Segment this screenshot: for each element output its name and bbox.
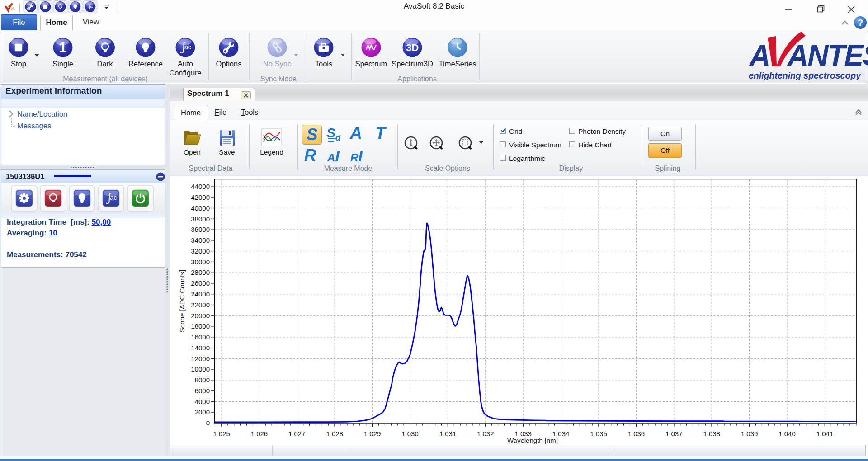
svg-text:Scope [ADC Counts]: Scope [ADC Counts] [178,270,186,332]
svg-text:1 035: 1 035 [590,430,607,437]
svg-text:1 030: 1 030 [401,430,419,437]
svg-text:24000: 24000 [191,290,210,298]
svg-text:ANTES: ANTES [787,39,868,72]
svg-text:1 041: 1 041 [816,430,834,437]
svg-text:1 037: 1 037 [665,430,683,437]
svg-text:32000: 32000 [191,247,210,255]
svg-text:A: A [749,39,769,72]
svg-text:1: 1 [59,39,67,56]
svg-text:1 040: 1 040 [778,430,796,437]
svg-text:18000: 18000 [191,322,210,330]
svg-text:8000: 8000 [195,376,210,384]
svg-text:14000: 14000 [191,344,210,352]
svg-text:30000: 30000 [191,258,210,266]
svg-text:6000: 6000 [195,387,210,395]
svg-text:1 029: 1 029 [364,430,381,437]
svg-text:3D: 3D [406,42,419,53]
svg-text:ac: ac [90,5,93,8]
svg-text:?: ? [858,18,863,28]
svg-text:1 027: 1 027 [288,430,306,437]
svg-text:Messages: Messages [17,122,51,130]
svg-text:1 026: 1 026 [251,430,268,437]
svg-text:12000: 12000 [191,355,210,362]
svg-text:Wavelength [nm]: Wavelength [nm] [507,437,558,444]
svg-text:Name/Location: Name/Location [17,110,67,118]
svg-text:1 025: 1 025 [213,430,230,437]
svg-text:ac: ac [110,194,117,201]
svg-text:1 028: 1 028 [326,430,343,437]
svg-text:4000: 4000 [195,398,210,405]
svg-text:20000: 20000 [191,312,210,320]
svg-text:16000: 16000 [191,333,210,341]
svg-text:28000: 28000 [191,268,210,276]
svg-text:1 036: 1 036 [628,430,645,437]
svg-text:ac: ac [184,43,192,51]
svg-text:1 038: 1 038 [703,430,720,437]
svg-text:enlightening spectroscopy: enlightening spectroscopy [749,71,861,80]
svg-text:44000: 44000 [191,183,210,190]
svg-text:1 032: 1 032 [477,430,494,437]
svg-text:26000: 26000 [191,279,210,287]
svg-text:2000: 2000 [195,408,210,416]
svg-text:38000: 38000 [191,215,210,223]
svg-text:1 031: 1 031 [439,430,457,437]
svg-text:42000: 42000 [191,193,210,201]
svg-text:22000: 22000 [191,301,210,309]
svg-text:1 039: 1 039 [741,430,758,437]
svg-text:40000: 40000 [191,204,210,212]
svg-text:0: 0 [206,419,210,427]
svg-text:34000: 34000 [191,236,210,244]
svg-text:10000: 10000 [191,365,210,373]
svg-text:36000: 36000 [191,226,210,233]
